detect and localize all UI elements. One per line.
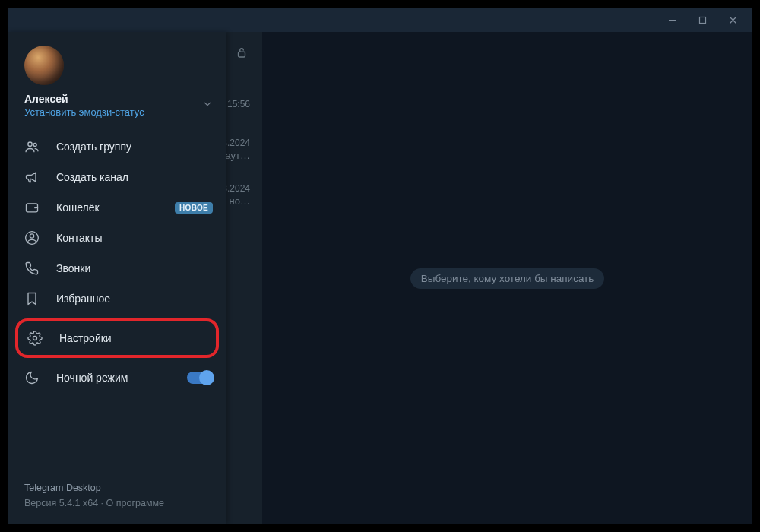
maximize-button[interactable] xyxy=(687,9,717,30)
menu-label: Кошелёк xyxy=(56,201,100,214)
set-emoji-status-link[interactable]: Установить эмодзи-статус xyxy=(24,106,144,118)
svg-point-11 xyxy=(33,337,37,340)
close-button[interactable] xyxy=(717,9,748,30)
menu-label: Ночной режим xyxy=(56,372,128,384)
wallet-icon xyxy=(24,200,40,215)
gear-icon xyxy=(27,331,43,346)
menu-calls[interactable]: Звонки xyxy=(8,253,226,283)
menu-new-channel[interactable]: Создать канал xyxy=(8,162,226,192)
profile-name: Алексей xyxy=(24,93,144,105)
main-menu-drawer: Алексей Установить эмодзи-статус Создать… xyxy=(8,32,226,524)
menu-label: Избранное xyxy=(56,293,110,305)
svg-point-9 xyxy=(30,234,33,238)
menu-wallet[interactable]: Кошелёк НОВОЕ xyxy=(8,192,226,223)
svg-rect-1 xyxy=(699,17,705,23)
contacts-icon xyxy=(24,230,40,245)
night-mode-toggle[interactable] xyxy=(187,372,213,384)
passcode-lock-icon[interactable] xyxy=(235,46,249,59)
phone-icon xyxy=(24,261,40,276)
titlebar xyxy=(8,8,752,32)
menu-contacts[interactable]: Контакты xyxy=(8,223,226,253)
app-name: Telegram Desktop xyxy=(24,480,210,496)
group-icon xyxy=(24,139,40,154)
bookmark-icon xyxy=(24,291,40,306)
menu-label: Создать канал xyxy=(56,171,128,183)
menu-new-group[interactable]: Создать группу xyxy=(8,131,226,162)
svg-point-5 xyxy=(28,142,32,146)
menu-label: Создать группу xyxy=(56,141,131,153)
svg-rect-4 xyxy=(239,52,245,57)
menu-settings[interactable]: Настройки xyxy=(18,321,216,355)
main-area: Выберите, кому хотели бы написать xyxy=(262,32,752,524)
avatar[interactable] xyxy=(24,46,64,85)
empty-placeholder: Выберите, кому хотели бы написать xyxy=(410,268,605,289)
menu-saved[interactable]: Избранное xyxy=(8,283,226,314)
app-version[interactable]: Версия 5.4.1 x64 · О программе xyxy=(24,496,210,511)
app-body: ✓✓15:56 0.08.2024 ой аут… 0.08.2024 рос … xyxy=(8,32,752,524)
svg-point-8 xyxy=(34,207,36,209)
menu-label: Настройки xyxy=(59,332,112,344)
svg-point-6 xyxy=(33,144,36,147)
profile-section: Алексей Установить эмодзи-статус xyxy=(8,32,226,125)
chevron-down-icon[interactable] xyxy=(202,99,213,112)
menu-label: Контакты xyxy=(56,232,102,244)
menu-label: Звонки xyxy=(56,262,90,274)
settings-highlight: Настройки xyxy=(15,318,219,358)
new-badge: НОВОЕ xyxy=(175,202,213,214)
minimize-button[interactable] xyxy=(657,9,687,30)
menu-night-mode[interactable]: Ночной режим xyxy=(8,363,226,393)
app-window: ✓✓15:56 0.08.2024 ой аут… 0.08.2024 рос … xyxy=(8,8,752,524)
drawer-footer: Telegram Desktop Версия 5.4.1 x64 · О пр… xyxy=(8,470,226,524)
megaphone-icon xyxy=(24,169,40,185)
chat-time: 15:56 xyxy=(227,99,250,109)
menu-list: Создать группу Создать канал Кошелёк НОВ… xyxy=(8,125,226,470)
moon-icon xyxy=(24,370,40,385)
